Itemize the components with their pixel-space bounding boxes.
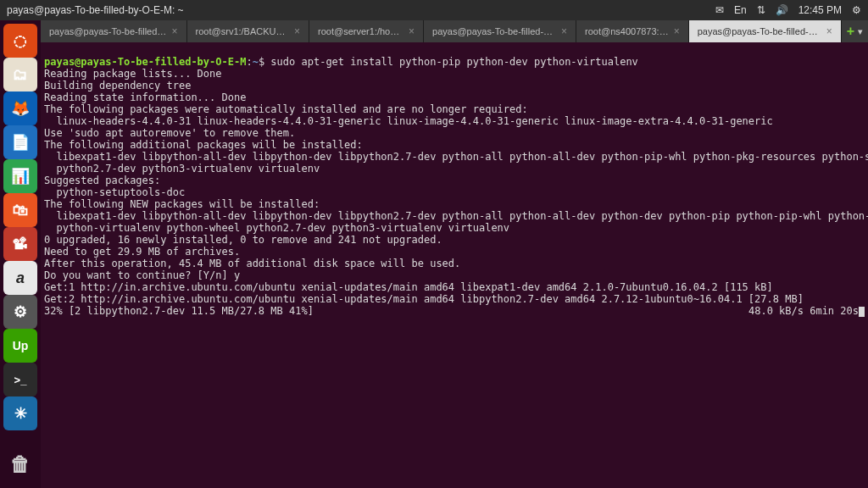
download-progress-left: 32% [2 libpython2.7-dev 11.5 MB/27.8 MB … — [44, 305, 314, 317]
terminal-cursor — [859, 307, 865, 317]
tab-label: payas@payas-To-be-filled-by-O-E-M: ~ — [698, 26, 821, 36]
tab-close-icon[interactable]: × — [561, 25, 567, 37]
terminal-tab-0[interactable]: payas@payas-To-be-filled-by-O-E-M:× — [41, 20, 187, 42]
launcher-item-writer[interactable]: 📄 — [3, 125, 37, 159]
launcher-trash[interactable]: 🗑 — [3, 447, 37, 481]
terminal-tab-2[interactable]: root@server1:/home/admin× — [309, 20, 424, 42]
prompt-command: sudo apt-get install python-pip python-d… — [270, 56, 637, 68]
terminal-tabstrip: payas@payas-To-be-filled-by-O-E-M:×root@… — [41, 20, 868, 42]
launcher-item-firefox[interactable]: 🦊 — [3, 92, 37, 125]
terminal-tab-4[interactable]: root@ns4007873: /var/tmp× — [576, 20, 689, 42]
launcher-item-impress[interactable]: 📽 — [3, 227, 37, 261]
tab-label: root@srv1:/BACKUP-D2/daily — [196, 26, 289, 36]
terminal-output: Reading package lists... Done Building d… — [44, 68, 865, 305]
network-icon[interactable]: ⇅ — [757, 4, 765, 16]
launcher-item-software[interactable]: 🛍 — [3, 193, 37, 227]
tab-label: root@server1:/home/admin — [318, 26, 403, 36]
prompt-path: ~ — [253, 56, 259, 68]
launcher-item-dash[interactable]: ◌ — [3, 24, 37, 58]
tab-close-icon[interactable]: × — [674, 25, 680, 37]
prompt-symbol: $ — [259, 56, 264, 68]
terminal-tab-3[interactable]: payas@payas-To-be-filled-by-O-E-M: ~× — [424, 20, 576, 42]
launcher-item-terminal[interactable]: >_ — [3, 363, 37, 396]
messaging-icon[interactable]: ✉ — [715, 4, 724, 16]
launcher-item-upwork[interactable]: Up — [3, 329, 37, 363]
terminal-window: payas@payas-To-be-filled-by-O-E-M:×root@… — [41, 20, 868, 488]
tab-menu-button[interactable]: ▾ — [858, 26, 863, 37]
tab-label: payas@payas-To-be-filled-by-O-E-M: ~ — [432, 26, 556, 36]
launcher-item-calc[interactable]: 📊 — [3, 159, 37, 193]
tab-close-icon[interactable]: × — [294, 25, 300, 37]
tab-close-icon[interactable]: × — [172, 25, 178, 37]
launcher-item-settings[interactable]: ⚙ — [3, 295, 37, 329]
launcher-item-app-blue[interactable]: ✳ — [3, 396, 37, 430]
new-tab-button[interactable]: + — [847, 24, 854, 39]
clock[interactable]: 12:45 PM — [798, 4, 842, 16]
session-gear-icon[interactable]: ⚙ — [852, 4, 861, 16]
terminal-viewport[interactable]: payas@payas-To-be-filled-by-O-E-M:~$ sud… — [41, 42, 868, 488]
tab-label: root@ns4007873: /var/tmp — [585, 26, 669, 36]
prompt-userhost: payas@payas-To-be-filled-by-O-E-M — [44, 56, 246, 68]
launcher-item-files[interactable]: 🗂 — [3, 58, 37, 92]
unity-launcher: ◌🗂🦊📄📊🛍📽a⚙Up>_✳ 🗑 — [0, 20, 41, 488]
terminal-tab-1[interactable]: root@srv1:/BACKUP-D2/daily× — [187, 20, 310, 42]
terminal-tab-5[interactable]: payas@payas-To-be-filled-by-O-E-M: ~× — [689, 20, 842, 42]
top-menubar: payas@payas-To-be-filled-by-O-E-M: ~ ✉ E… — [0, 0, 868, 20]
keyboard-layout-indicator[interactable]: En — [734, 4, 747, 16]
download-progress-right: 48.0 kB/s 6min 20s — [748, 305, 859, 317]
tab-label: payas@payas-To-be-filled-by-O-E-M: — [49, 26, 167, 36]
launcher-item-amazon[interactable]: a — [3, 261, 37, 295]
tab-close-icon[interactable]: × — [409, 25, 415, 37]
window-title: payas@payas-To-be-filled-by-O-E-M: ~ — [7, 4, 184, 16]
volume-icon[interactable]: 🔊 — [776, 4, 788, 16]
tab-close-icon[interactable]: × — [826, 25, 832, 37]
system-indicators: ✉ En ⇅ 🔊 12:45 PM ⚙ — [715, 4, 861, 16]
